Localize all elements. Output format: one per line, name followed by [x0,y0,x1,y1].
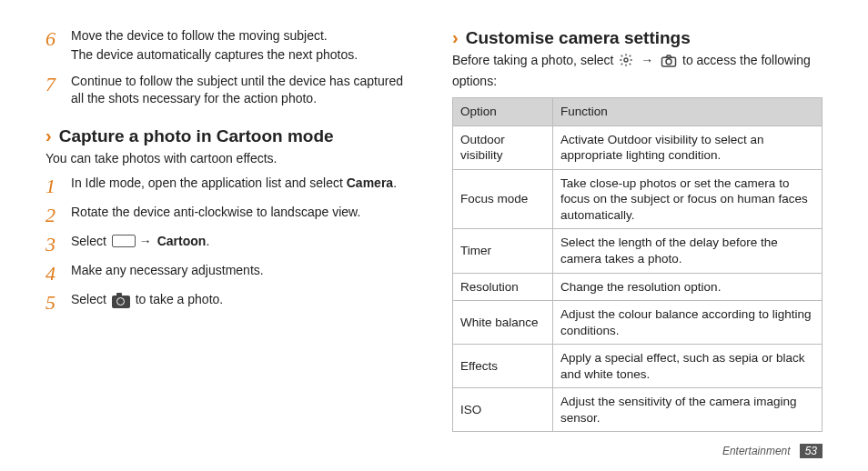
svg-point-0 [624,58,628,62]
step-body: Rotate the device anti-clockwise to land… [71,204,416,225]
step-3: 3 Select → Cartoon. [45,233,416,255]
step-text: The device automatically captures the ne… [71,46,416,64]
step-body: In Idle mode, open the application list … [71,175,416,196]
intro-text: Before taking a photo, select → to acces… [452,52,823,90]
heading-text: Capture a photo in Cartoon mode [59,126,334,146]
step-text: Select → Cartoon. [71,233,416,250]
step-number: 2 [45,204,62,225]
step-5: 5 Select to take a photo. [45,291,416,313]
page-number: 53 [800,444,823,458]
section-heading-cartoon: › Capture a photo in Cartoon mode [45,125,416,146]
step-6: 6 Move the device to follow the moving s… [45,27,416,65]
svg-point-2 [666,59,671,65]
camera-outline-icon [661,55,677,73]
step-1: 1 In Idle mode, open the application lis… [45,175,416,196]
step-number: 6 [45,27,62,65]
cartoon-steps: 1 In Idle mode, open the application lis… [45,175,416,313]
options-table: Option Function Outdoor visibilityActiva… [452,97,823,432]
left-column: 6 Move the device to follow the moving s… [45,27,416,432]
intro-text: You can take photos with cartoon effects… [45,150,416,168]
gear-icon [619,53,633,73]
page: 6 Move the device to follow the moving s… [0,0,868,441]
table-row: TimerSelect the length of the delay befo… [453,229,823,273]
table-header-row: Option Function [453,98,823,126]
step-number: 4 [45,262,62,284]
step-body: Move the device to follow the moving sub… [71,27,416,65]
step-2: 2 Rotate the device anti-clockwise to la… [45,204,416,225]
table-row: ISOAdjust the sensitivity of the camera … [453,388,823,432]
table-row: Focus modeTake close-up photos or set th… [453,169,823,229]
table-row: White balanceAdjust the colour balance a… [453,301,823,345]
right-column: › Customise camera settings Before takin… [452,27,823,432]
step-text: Move the device to follow the moving sub… [71,27,416,45]
chevron-right-icon: › [452,27,459,48]
page-footer: Entertainment 53 [722,444,823,458]
heading-text: Customise camera settings [466,28,691,48]
camera-icon [112,296,130,308]
step-7: 7 Continue to follow the subject until t… [45,73,416,109]
step-number: 3 [45,233,62,255]
step-4: 4 Make any necessary adjustments. [45,262,416,284]
table-row: ResolutionChange the resolution option. [453,273,823,301]
chevron-right-icon: › [45,125,52,146]
table-row: Outdoor visibilityActivate Outdoor visib… [453,125,823,169]
step-text: Select to take a photo. [71,291,416,308]
rectangle-icon [112,235,136,247]
step-body: Select to take a photo. [71,291,416,313]
step-body: Make any necessary adjustments. [71,262,416,284]
step-text: Continue to follow the subject until the… [71,73,416,107]
table-row: EffectsApply a special effect, such as s… [453,345,823,388]
step-number: 7 [45,73,62,109]
col-function: Function [553,98,823,126]
step-body: Select → Cartoon. [71,233,416,255]
step-body: Continue to follow the subject until the… [71,73,416,109]
step-number: 1 [45,175,62,196]
step-text: Rotate the device anti-clockwise to land… [71,204,416,221]
section-heading-customise: › Customise camera settings [452,27,823,48]
step-text: Make any necessary adjustments. [71,262,416,279]
col-option: Option [453,98,553,126]
section-name: Entertainment [722,445,791,457]
step-text: In Idle mode, open the application list … [71,175,416,192]
step-number: 5 [45,291,62,313]
continued-steps: 6 Move the device to follow the moving s… [45,27,416,109]
